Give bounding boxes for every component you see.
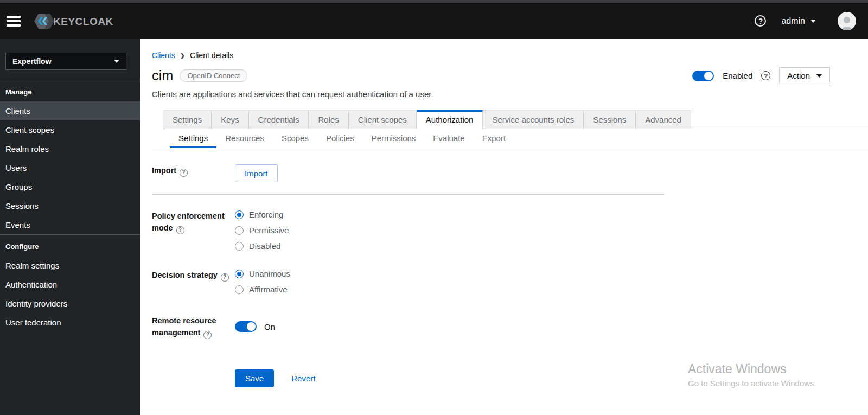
help-icon[interactable]: ? (176, 226, 184, 234)
tab-authorization[interactable]: Authorization (417, 110, 483, 129)
authorization-subtabs: SettingsResourcesScopesPoliciesPermissio… (152, 129, 868, 148)
main-content: Clients ❯ Client details cim OpenID Conn… (140, 39, 868, 415)
sidebar-item-realm-roles[interactable]: Realm roles (0, 139, 140, 158)
tab-roles[interactable]: Roles (309, 110, 348, 129)
divider (152, 194, 665, 195)
authorization-settings-form: Import? Import Policy enforcement mode? … (152, 148, 868, 387)
tab-client-scopes[interactable]: Client scopes (349, 110, 417, 129)
avatar[interactable] (838, 12, 856, 30)
sidebar: Expertflow ManageClientsClient scopesRea… (0, 39, 140, 415)
radio-icon[interactable] (235, 270, 244, 278)
page-description: Clients are applications and services th… (152, 90, 868, 99)
sidebar-item-clients[interactable]: Clients (0, 101, 140, 120)
spacer (152, 251, 868, 269)
decision-strategy-option-affirmative[interactable]: Affirmative (235, 285, 868, 294)
radio-icon[interactable] (235, 285, 244, 294)
sidebar-item-sessions[interactable]: Sessions (0, 196, 140, 215)
sidebar-item-authentication[interactable]: Authentication (0, 275, 140, 294)
tab-advanced[interactable]: Advanced (636, 110, 691, 129)
tab-service-accounts-roles[interactable]: Service accounts roles (483, 110, 584, 129)
title-row: cim OpenID Connect Enabled ? Action (152, 67, 868, 84)
chevron-right-icon: ❯ (180, 52, 185, 59)
radio-label: Affirmative (249, 285, 288, 294)
sidebar-item-users[interactable]: Users (0, 158, 140, 177)
masthead: KEYCLOAK ? admin (0, 3, 868, 39)
keycloak-admin-console: KEYCLOAK ? admin Expertflow ManageCli (0, 0, 868, 415)
decision-strategy-option-unanimous[interactable]: Unanimous (235, 269, 868, 278)
enabled-label: Enabled (723, 71, 752, 80)
subtab-scopes[interactable]: Scopes (273, 129, 317, 148)
realm-selector[interactable]: Expertflow (5, 53, 126, 70)
help-icon[interactable]: ? (221, 273, 229, 282)
breadcrumb: Clients ❯ Client details (152, 39, 868, 60)
user-name: admin (781, 16, 805, 26)
sidebar-item-realm-settings[interactable]: Realm settings (0, 256, 140, 275)
subtab-export[interactable]: Export (474, 129, 514, 148)
policy-enforcement-mode-label: Policy enforcement mode? (152, 210, 235, 251)
tab-keys[interactable]: Keys (212, 110, 248, 129)
policy-enforcement-mode-label-text: Policy enforcement mode (152, 212, 225, 232)
sidebar-section-configure: Configure (0, 235, 140, 256)
page-title: cim (152, 68, 173, 84)
policy-enforcement-mode-option-disabled[interactable]: Disabled (235, 241, 868, 251)
realm-name: Expertflow (12, 57, 52, 66)
subtab-resources[interactable]: Resources (216, 129, 273, 148)
menu-icon[interactable] (7, 16, 21, 27)
action-label: Action (787, 71, 810, 80)
sidebar-item-events[interactable]: Events (0, 215, 140, 234)
subtab-permissions[interactable]: Permissions (363, 129, 425, 148)
keycloak-logo-graphic: KEYCLOAK (34, 12, 119, 30)
tab-settings[interactable]: Settings (163, 110, 212, 129)
remote-resource-management-control: On (235, 315, 868, 339)
form-actions: Save Revert (235, 369, 868, 387)
sidebar-item-identity-providers[interactable]: Identity providers (0, 294, 140, 313)
policy-enforcement-mode-option-enforcing[interactable]: Enforcing (235, 210, 868, 219)
remote-resource-management-toggle[interactable] (235, 321, 257, 332)
tab-sessions[interactable]: Sessions (584, 110, 636, 129)
decision-strategy-row: Decision strategy? UnanimousAffirmative (152, 269, 868, 294)
keycloak-logo: KEYCLOAK (34, 12, 119, 30)
help-icon[interactable]: ? (180, 169, 188, 177)
enabled-toggle[interactable] (692, 71, 714, 81)
sidebar-item-client-scopes[interactable]: Client scopes (0, 120, 140, 139)
tab-credentials[interactable]: Credentials (249, 110, 309, 129)
subtab-settings[interactable]: Settings (170, 129, 216, 148)
decision-strategy-label-text: Decision strategy (152, 271, 218, 279)
title-controls: Enabled ? Action (692, 67, 830, 84)
import-label: Import? (152, 164, 235, 182)
sidebar-item-groups[interactable]: Groups (0, 177, 140, 196)
chevron-down-icon (114, 60, 119, 63)
subtab-policies[interactable]: Policies (317, 129, 363, 148)
remote-resource-management-label: Remote resource management? (152, 315, 235, 339)
decision-strategy-radio-group: UnanimousAffirmative (235, 269, 868, 294)
breadcrumb-current: Client details (190, 51, 233, 60)
chevron-down-icon (816, 74, 822, 78)
sidebar-item-user-federation[interactable]: User federation (0, 313, 140, 332)
radio-label: Permissive (249, 226, 289, 235)
chevron-down-icon (810, 20, 816, 23)
user-menu[interactable]: admin (781, 16, 816, 26)
sidebar-section-manage: Manage (0, 80, 140, 101)
decision-strategy-label: Decision strategy? (152, 269, 235, 294)
save-button[interactable]: Save (235, 369, 274, 387)
radio-label: Enforcing (249, 210, 283, 219)
help-icon[interactable]: ? (755, 15, 766, 27)
svg-text:KEYCLOAK: KEYCLOAK (53, 15, 113, 27)
action-dropdown-button[interactable]: Action (779, 67, 830, 84)
masthead-right: ? admin (755, 12, 856, 30)
radio-label: Unanimous (249, 269, 290, 278)
radio-icon[interactable] (235, 242, 244, 251)
revert-button[interactable]: Revert (291, 374, 315, 383)
breadcrumb-clients-link[interactable]: Clients (152, 51, 175, 60)
radio-label: Disabled (249, 241, 280, 251)
import-button[interactable]: Import (235, 164, 278, 182)
policy-enforcement-mode-option-permissive[interactable]: Permissive (235, 226, 868, 235)
toggle-state-label: On (264, 322, 275, 331)
person-icon (838, 14, 856, 30)
radio-icon[interactable] (235, 210, 244, 219)
help-icon[interactable]: ? (761, 71, 770, 80)
subtab-evaluate[interactable]: Evaluate (424, 129, 473, 148)
radio-icon[interactable] (235, 226, 244, 235)
help-icon[interactable]: ? (203, 331, 212, 339)
import-control: Import (235, 164, 868, 182)
